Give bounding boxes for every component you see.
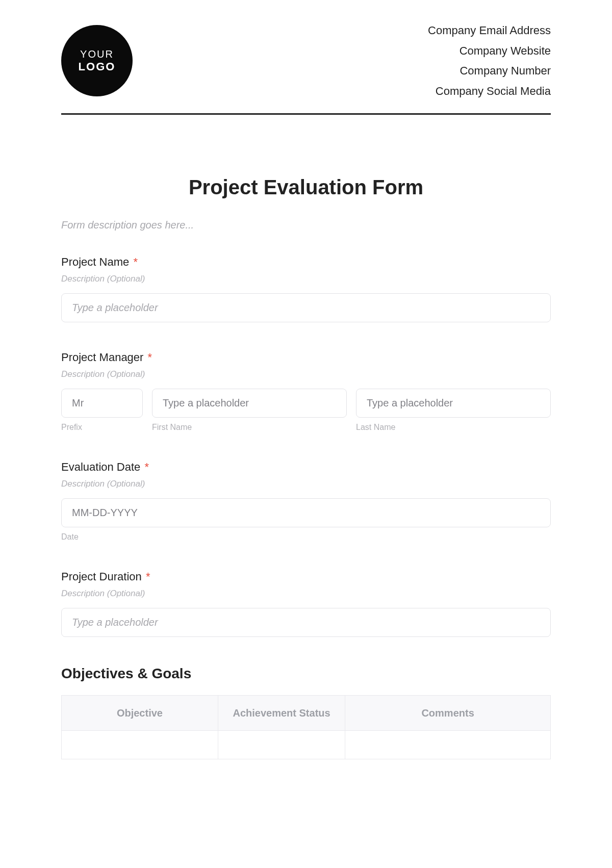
- last-name-input[interactable]: [356, 389, 551, 418]
- objective-cell[interactable]: [62, 731, 218, 759]
- project-name-label: Project Name *: [61, 256, 551, 269]
- evaluation-date-sublabel: Date: [61, 532, 551, 542]
- project-manager-desc: Description (Optional): [61, 369, 551, 379]
- logo-circle: YOUR LOGO: [61, 25, 133, 96]
- company-website: Company Website: [428, 41, 551, 61]
- company-email: Company Email Address: [428, 20, 551, 41]
- status-cell[interactable]: [218, 731, 345, 759]
- objectives-col-objective: Objective: [62, 696, 218, 731]
- project-name-input[interactable]: [61, 293, 551, 322]
- evaluation-date-label: Evaluation Date *: [61, 461, 551, 474]
- project-duration-required: *: [146, 570, 150, 583]
- objectives-header-row: Objective Achievement Status Comments: [62, 696, 551, 731]
- comments-cell[interactable]: [345, 731, 551, 759]
- evaluation-date-label-text: Evaluation Date: [61, 461, 140, 473]
- evaluation-date-required: *: [144, 461, 149, 473]
- project-name-desc: Description (Optional): [61, 274, 551, 284]
- project-manager-required: *: [148, 351, 152, 364]
- prefix-sublabel: Prefix: [61, 423, 143, 432]
- project-name-label-text: Project Name: [61, 256, 129, 268]
- last-name-sublabel: Last Name: [356, 423, 551, 432]
- field-evaluation-date: Evaluation Date * Description (Optional)…: [61, 461, 551, 542]
- objectives-heading: Objectives & Goals: [61, 666, 551, 682]
- project-duration-label: Project Duration *: [61, 570, 551, 583]
- objectives-table: Objective Achievement Status Comments: [61, 695, 551, 759]
- logo-line2: LOGO: [79, 60, 116, 73]
- form-title: Project Evaluation Form: [61, 176, 551, 199]
- project-duration-label-text: Project Duration: [61, 570, 142, 583]
- objectives-col-comments: Comments: [345, 696, 551, 731]
- field-project-duration: Project Duration * Description (Optional…: [61, 570, 551, 637]
- evaluation-date-input[interactable]: [61, 498, 551, 527]
- first-name-input[interactable]: [152, 389, 347, 418]
- form-description: Form description goes here...: [61, 219, 551, 231]
- company-info: Company Email Address Company Website Co…: [428, 20, 551, 101]
- logo-line1: YOUR: [80, 48, 114, 60]
- first-name-sublabel: First Name: [152, 423, 347, 432]
- field-project-name: Project Name * Description (Optional): [61, 256, 551, 322]
- page-header: YOUR LOGO Company Email Address Company …: [61, 20, 551, 115]
- prefix-input[interactable]: [61, 389, 143, 418]
- objectives-col-status: Achievement Status: [218, 696, 345, 731]
- company-number: Company Number: [428, 61, 551, 81]
- project-duration-input[interactable]: [61, 608, 551, 637]
- project-manager-label-text: Project Manager: [61, 351, 143, 364]
- evaluation-date-desc: Description (Optional): [61, 479, 551, 489]
- company-social: Company Social Media: [428, 81, 551, 101]
- project-duration-desc: Description (Optional): [61, 589, 551, 599]
- field-project-manager: Project Manager * Description (Optional)…: [61, 351, 551, 432]
- project-manager-label: Project Manager *: [61, 351, 551, 364]
- objectives-row: [62, 731, 551, 759]
- project-name-required: *: [133, 256, 138, 268]
